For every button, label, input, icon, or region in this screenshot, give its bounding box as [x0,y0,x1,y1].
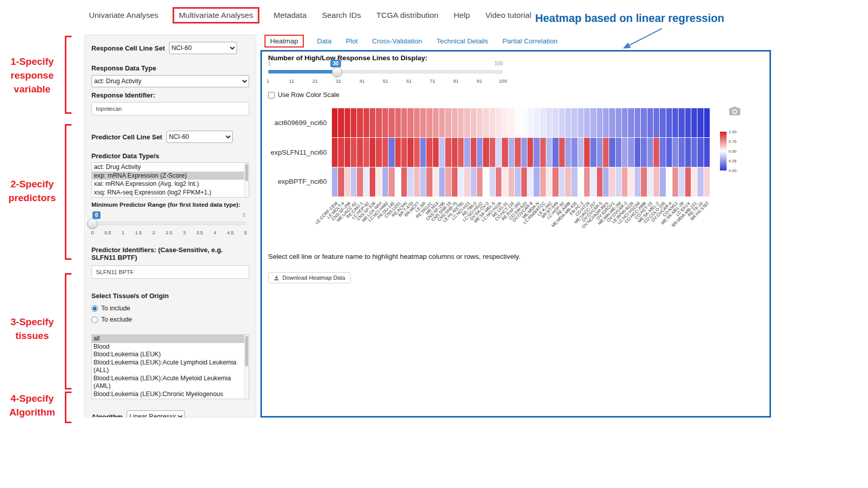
heatmap-cell [672,167,678,197]
heatmap-cell [660,108,665,137]
heatmap-cell [603,108,609,137]
heatmap-cell [345,108,350,137]
heatmap-cell [534,108,539,137]
predictor-data-type-option[interactable]: xsq: RNA-seq Expression (log2 FPKM+1.) [92,188,249,197]
main-slider-ticks: 1112131415161718191100 [268,78,503,85]
tab-heatmap[interactable]: Heatmap [264,35,304,47]
heatmap-cell [546,167,552,197]
tab-partial-correlation[interactable]: Partial Correlation [501,35,559,47]
predictor-data-type-listbox[interactable]: act: Drug Activityexp: mRNA Expression (… [91,162,249,198]
nav-item-search-ids[interactable]: Search IDs [321,8,362,23]
nav-item-metadata[interactable]: Metadata [273,8,308,23]
algorithm-label: Algorithm [91,413,123,418]
tab-bar: HeatmapDataPlotCross-ValidationTechnical… [264,35,559,47]
heatmap-cell [496,167,501,197]
heatmap-row-label[interactable]: expSLFN11_nci60 [271,149,327,156]
predictor-data-type-option[interactable]: xai: mRNA Expression (Avg. log2 Int.) [92,180,249,188]
lines-slider[interactable]: 1 100 30 1112131415161718191100 [268,61,503,87]
main-slider-min: 1 [268,61,271,66]
heatmap-cell [370,138,375,167]
heatmap-cell [458,167,464,197]
listbox-scrollbar[interactable] [244,163,249,197]
heatmap-cell [382,138,388,167]
nav-item-help[interactable]: Help [453,8,471,23]
heatmap-cell [571,138,577,167]
heatmap-cell [496,108,501,137]
heatmap-cell [704,138,710,167]
range-slider-track[interactable] [92,222,246,225]
scrollbar-thumb[interactable] [245,336,248,367]
row-color-scale-row[interactable]: Use Row Color Scale [268,91,340,99]
heatmap-cell [666,167,672,197]
predictor-data-type-option[interactable]: act: Drug Activity [92,163,249,172]
step-label-tissues: 3-Specify tissues [2,315,62,343]
heatmap-row-labels: act609699_nci60expSLFN11_nci60expBPTF_nc… [262,108,329,197]
tissue-option[interactable]: Blood:Leukemia (LEUK):Acute Myeloid Leuk… [92,375,249,391]
top-nav: Univariate AnalysesMultivariate Analyses… [88,7,533,23]
row-color-scale-checkbox[interactable] [268,92,275,99]
response-identifier-input[interactable] [91,102,249,115]
tissue-include-radio[interactable] [91,305,98,312]
heatmap-cell [490,167,495,197]
heatmap-cell [471,167,476,197]
heatmap-cell [515,138,520,167]
tab-plot[interactable]: Plot [345,35,358,47]
download-heatmap-button[interactable]: Download Heatmap Data [268,272,351,283]
listbox-scrollbar[interactable] [244,335,249,399]
nav-item-univariate-analyses[interactable]: Univariate Analyses [88,8,159,23]
tab-cross-validation[interactable]: Cross-Validation [371,35,423,47]
heatmap-cell [540,167,546,197]
heatmap-cell [332,138,337,167]
heatmap-cell [704,108,710,137]
heatmap-cell [464,108,470,137]
colorbar [720,132,727,170]
tissue-exclude-label: To exclude [101,316,132,323]
tissue-option[interactable]: Blood:Leukemia (LEUK):Acute Lymphoid Leu… [92,359,249,375]
heatmap-cell [534,167,539,197]
main-slider-tick: 61 [406,78,412,84]
predictor-data-type-option[interactable]: exp: mRNA Expression (Z-Score) [92,172,249,180]
heatmap-cell [635,167,640,197]
response-data-type-select[interactable]: act: Drug Activity [91,75,249,87]
min-predictor-range-slider[interactable]: 5 0 00.511.522.533.544.55 [92,212,246,239]
tissue-exclude-radio[interactable] [91,316,98,323]
heatmap-cell [559,108,565,137]
main-slider-handle[interactable] [332,67,342,77]
tissue-listbox[interactable]: allBloodBlood:Leukemia (LEUK)Blood:Leuke… [91,334,249,399]
tab-data[interactable]: Data [316,35,333,47]
camera-icon[interactable] [729,107,740,115]
heatmap-cell [628,108,634,137]
tab-technical-details[interactable]: Technical Details [436,35,489,47]
heatmap-cell [420,138,426,167]
heatmap-cell [458,108,464,137]
tissue-option[interactable]: Blood:Leukemia (LEUK):Chronic Myelogenou… [92,391,249,400]
nav-item-multivariate-analyses[interactable]: Multivariate Analyses [173,7,259,23]
main-slider-tick: 31 [336,78,342,84]
range-slider-tick: 2.5 [165,230,172,235]
heatmap-row-label[interactable]: act609699_nci60 [274,119,327,127]
response-cell-line-set-row: Response Cell Line Set NCI-60 [91,42,249,54]
tissue-option[interactable]: Blood [92,343,249,351]
response-data-type-label: Response Data Type [91,64,249,72]
algorithm-select[interactable]: Linear Regression [127,410,185,418]
heatmap-cell [622,138,628,167]
tissue-option[interactable]: all [92,335,249,343]
range-slider-handle[interactable] [87,218,98,229]
heatmap-row-label[interactable]: expBPTF_nci60 [278,178,327,185]
nav-item-tcga-distribution[interactable]: TCGA distribution [375,8,439,23]
heatmap-cell [515,167,520,197]
predictor-cell-line-set-select[interactable]: NCI-60 [166,131,233,143]
tissue-exclude-row[interactable]: To exclude [91,314,249,325]
heatmap-cell [338,138,344,167]
heatmap-cell [590,108,596,137]
nav-item-video-tutorial[interactable]: Video tutorial [484,8,532,23]
tissue-option[interactable]: Blood:Leukemia (LEUK) [92,351,249,359]
tissue-include-row[interactable]: To include [91,303,249,314]
predictor-identifiers-input[interactable] [91,265,249,279]
heatmap-cell [496,138,501,167]
heatmap-cell [439,108,445,137]
heatmap-cell [401,108,407,137]
response-cell-line-set-select[interactable]: NCI-60 [169,42,237,54]
scrollbar-thumb[interactable] [245,164,248,181]
heatmap-cell [351,108,356,137]
